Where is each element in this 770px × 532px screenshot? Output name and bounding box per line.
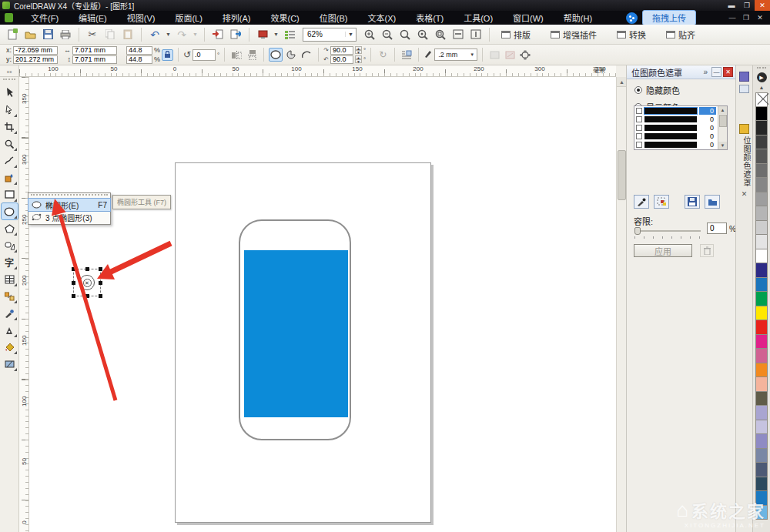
selected-ellipse-object[interactable]: ✕ bbox=[79, 275, 95, 290]
restore-button[interactable]: ❐ bbox=[739, 0, 755, 11]
docker-color-swatch-icon[interactable] bbox=[739, 72, 749, 82]
color-swatch[interactable] bbox=[755, 406, 768, 420]
color-swatch[interactable] bbox=[755, 434, 768, 449]
mirror-horizontal-button[interactable] bbox=[229, 48, 243, 62]
color-swatch[interactable] bbox=[755, 149, 768, 164]
delete-mask-button[interactable] bbox=[700, 244, 714, 257]
doc-restore-button[interactable]: ❐ bbox=[741, 14, 752, 22]
color-swatch[interactable] bbox=[755, 121, 768, 136]
hide-colors-option[interactable]: 隐藏颜色 bbox=[634, 84, 735, 96]
drag-upload-plugin[interactable]: 拖拽上传 bbox=[626, 10, 696, 25]
zoom-out-icon[interactable] bbox=[380, 27, 395, 42]
start-angle-field[interactable] bbox=[330, 46, 353, 55]
vertical-scrollbar[interactable]: ▲ bbox=[616, 77, 626, 532]
end-angle-field[interactable] bbox=[330, 55, 353, 64]
open-mask-button[interactable] bbox=[705, 195, 720, 209]
drawing-canvas[interactable]: ✕ bbox=[29, 77, 616, 532]
object-width-field[interactable] bbox=[72, 46, 117, 55]
paste-icon[interactable] bbox=[120, 27, 136, 42]
welcome-screen-icon[interactable] bbox=[282, 27, 297, 42]
save-icon[interactable] bbox=[40, 27, 55, 42]
upload-button[interactable]: 拖拽上传 bbox=[642, 10, 696, 25]
print-icon[interactable] bbox=[58, 27, 73, 42]
color-swatch[interactable] bbox=[755, 335, 768, 350]
color-swatch[interactable] bbox=[755, 164, 768, 179]
mask-scroll-up-icon[interactable]: ▲ bbox=[718, 106, 727, 114]
minimize-button[interactable]: ▬ bbox=[724, 0, 739, 11]
polygon-tool[interactable] bbox=[2, 220, 18, 236]
mask-checkbox[interactable] bbox=[636, 116, 642, 122]
table-tool[interactable] bbox=[2, 271, 18, 287]
mirror-vertical-button[interactable] bbox=[245, 48, 259, 62]
menu-item[interactable]: 文本(X) bbox=[357, 10, 406, 25]
docker-minimize-button[interactable]: — bbox=[711, 67, 721, 77]
mask-color-swatch[interactable] bbox=[644, 108, 697, 114]
menu-item[interactable]: 窗口(W) bbox=[503, 10, 554, 25]
menu-item[interactable]: 位图(B) bbox=[310, 10, 358, 25]
end-angle-down[interactable]: ▼ bbox=[355, 59, 362, 63]
eyedropper-tool[interactable] bbox=[2, 305, 18, 321]
color-swatch[interactable] bbox=[755, 306, 768, 321]
color-swatch[interactable] bbox=[755, 107, 768, 122]
menu-item[interactable]: 帮助(H) bbox=[554, 10, 602, 25]
interactive-fill-tool[interactable] bbox=[2, 356, 18, 372]
mask-checkbox[interactable] bbox=[636, 125, 642, 131]
shape-tool[interactable] bbox=[2, 102, 18, 118]
flyout-drag-handle[interactable] bbox=[31, 194, 108, 198]
menu-item[interactable]: 版面(L) bbox=[165, 10, 212, 25]
zoom-all-icon[interactable] bbox=[415, 27, 430, 42]
selection-handle-se[interactable] bbox=[99, 294, 102, 298]
convert-to-curves-button[interactable] bbox=[518, 48, 532, 62]
mask-color-swatch[interactable] bbox=[644, 125, 697, 131]
zoom-selected-icon[interactable] bbox=[397, 27, 413, 42]
color-swatch[interactable] bbox=[755, 320, 768, 335]
zoom-combo-arrow-icon[interactable]: ▼ bbox=[345, 32, 356, 37]
flyout-item-ellipse[interactable]: 椭圆形(E) F7 bbox=[28, 199, 110, 211]
object-height-field[interactable] bbox=[72, 55, 117, 64]
color-swatch[interactable] bbox=[755, 292, 768, 306]
mask-color-row[interactable]: 0 bbox=[634, 140, 727, 149]
docker-close-button[interactable]: ✕ bbox=[723, 67, 733, 77]
selection-handle-e[interactable] bbox=[99, 281, 102, 285]
no-color-swatch[interactable] bbox=[755, 92, 768, 107]
color-selector-button[interactable] bbox=[654, 195, 669, 209]
mask-color-swatch[interactable] bbox=[644, 133, 697, 139]
outline-pen-tool[interactable] bbox=[2, 322, 18, 338]
pick-tool[interactable] bbox=[2, 85, 18, 101]
toolbar-text-button[interactable]: 贴齐 bbox=[660, 27, 701, 42]
color-swatch[interactable] bbox=[755, 449, 768, 463]
open-icon[interactable] bbox=[22, 27, 38, 42]
selection-handle-ne[interactable] bbox=[99, 267, 102, 271]
ellipse-mode-button[interactable] bbox=[269, 48, 283, 62]
menu-item[interactable]: 排列(A) bbox=[213, 10, 261, 25]
docker-tab-label[interactable]: 位图颜色遮罩 bbox=[736, 136, 752, 187]
slider-thumb[interactable] bbox=[634, 227, 641, 235]
color-picker-button[interactable] bbox=[634, 195, 649, 209]
mask-color-row[interactable]: 0 bbox=[634, 132, 727, 140]
x-position-field[interactable] bbox=[13, 46, 58, 55]
bitmap-mask-tab-icon[interactable] bbox=[739, 124, 749, 134]
mask-color-row[interactable]: 0 bbox=[634, 115, 727, 123]
color-swatch[interactable] bbox=[755, 263, 768, 278]
mask-color-row[interactable]: 0 bbox=[634, 106, 727, 115]
mask-color-row[interactable]: 0 bbox=[634, 123, 727, 132]
ruler-origin-corner[interactable]: ⚏ bbox=[0, 65, 19, 77]
selection-handle-nw[interactable] bbox=[72, 267, 75, 271]
color-swatch[interactable] bbox=[755, 491, 768, 506]
docker-tab-close-icon[interactable]: ✕ bbox=[736, 190, 752, 198]
color-swatch[interactable] bbox=[755, 377, 768, 392]
tolerance-slider[interactable] bbox=[634, 227, 701, 235]
palette-flyout-icon[interactable]: ▶ bbox=[757, 72, 767, 82]
color-swatch[interactable] bbox=[755, 392, 768, 407]
y-position-field[interactable] bbox=[13, 55, 58, 64]
menu-item[interactable]: 视图(V) bbox=[117, 10, 166, 25]
selection-handle-n[interactable] bbox=[85, 267, 89, 271]
freehand-tool[interactable] bbox=[2, 152, 18, 169]
undo-icon[interactable]: ↶ bbox=[147, 27, 162, 42]
color-swatch[interactable] bbox=[755, 221, 768, 236]
doc-minimize-button[interactable]: — bbox=[727, 14, 738, 22]
cut-icon[interactable]: ✂ bbox=[85, 27, 100, 42]
mask-scroll-thumb[interactable] bbox=[719, 115, 727, 127]
color-swatch[interactable] bbox=[755, 349, 768, 363]
text-tool[interactable]: 字 bbox=[2, 254, 18, 270]
